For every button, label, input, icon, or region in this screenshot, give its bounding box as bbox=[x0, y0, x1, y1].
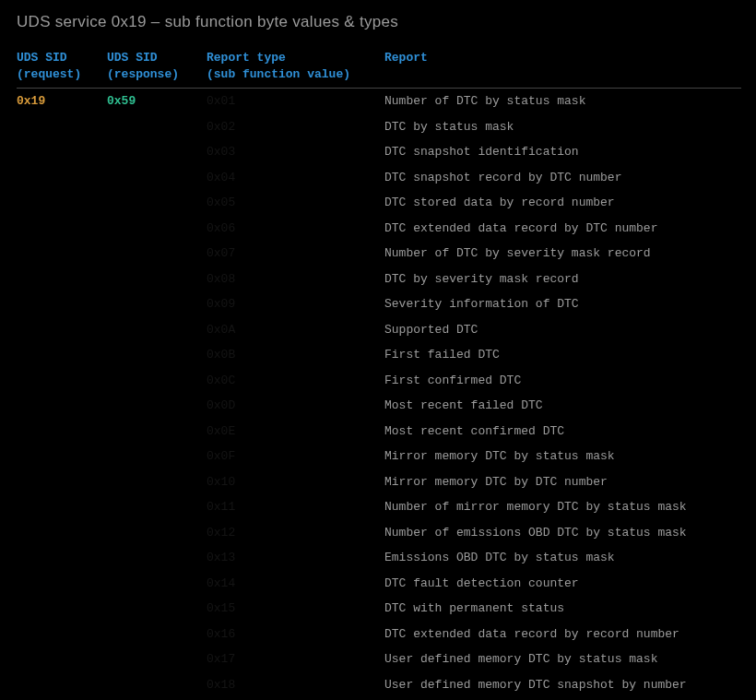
cell-sid-response bbox=[107, 520, 207, 546]
cell-subfunction-code: 0x0A bbox=[207, 317, 384, 343]
uds-table: UDS SID (request) UDS SID (response) Rep… bbox=[17, 48, 741, 700]
cell-report-desc: DTC extended data record by DTC number bbox=[384, 216, 741, 242]
cell-sid-response bbox=[107, 241, 207, 267]
cell-sid-request bbox=[17, 190, 107, 216]
cell-sid-request bbox=[17, 241, 107, 267]
table-row: 0x190x590x01Number of DTC by status mask bbox=[17, 89, 741, 114]
header-sid-response: UDS SID (response) bbox=[107, 48, 207, 89]
cell-report-desc: Number of mirror memory DTC by status ma… bbox=[384, 494, 741, 520]
cell-sid-request bbox=[17, 469, 107, 495]
cell-sid-request bbox=[17, 494, 107, 520]
cell-sid-response bbox=[107, 393, 207, 419]
page-title: UDS service 0x19 – sub function byte val… bbox=[17, 13, 741, 31]
table-row: 0x07Number of DTC by severity mask recor… bbox=[17, 241, 741, 267]
cell-report-desc: Number of DTC by status mask bbox=[384, 89, 741, 114]
header-sid-response-l2: (response) bbox=[107, 67, 179, 81]
cell-sid-request bbox=[17, 419, 107, 445]
cell-sid-response bbox=[107, 647, 207, 672]
cell-sid-request bbox=[17, 139, 107, 165]
header-report: Report bbox=[384, 48, 741, 89]
cell-report-desc: DTC with permanent status bbox=[384, 596, 741, 622]
sid-request-value: 0x19 bbox=[17, 94, 45, 108]
cell-report-desc: Mirror memory DTC by status mask bbox=[384, 444, 741, 469]
cell-subfunction-code: 0x16 bbox=[207, 622, 384, 647]
cell-subfunction-code: 0x02 bbox=[207, 114, 384, 140]
table-row: 0x12Number of emissions OBD DTC by statu… bbox=[17, 520, 741, 546]
cell-report-desc: DTC stored data by record number bbox=[384, 190, 741, 216]
cell-sid-request bbox=[17, 520, 107, 546]
header-sid-response-l1: UDS SID bbox=[107, 51, 158, 65]
table-row: 0x04DTC snapshot record by DTC number bbox=[17, 165, 741, 191]
cell-sid-request bbox=[17, 291, 107, 317]
cell-report-desc: DTC by severity mask record bbox=[384, 267, 741, 292]
table-row: 0x18User defined memory DTC snapshot by … bbox=[17, 672, 741, 698]
cell-sid-response bbox=[107, 216, 207, 242]
cell-subfunction-code: 0x0B bbox=[207, 342, 384, 368]
table-row: 0x0DMost recent failed DTC bbox=[17, 393, 741, 419]
cell-report-desc: User defined memory DTC by status mask bbox=[384, 647, 741, 672]
cell-sid-response bbox=[107, 291, 207, 317]
cell-sid-request bbox=[17, 622, 107, 647]
cell-report-desc: Supported DTC bbox=[384, 317, 741, 343]
cell-sid-response bbox=[107, 190, 207, 216]
cell-report-desc: DTC snapshot identification bbox=[384, 139, 741, 165]
cell-sid-request bbox=[17, 393, 107, 419]
cell-subfunction-code: 0x04 bbox=[207, 165, 384, 191]
cell-report-desc: DTC snapshot record by DTC number bbox=[384, 165, 741, 191]
cell-report-desc: Mirror memory DTC by DTC number bbox=[384, 469, 741, 495]
table-row: 0x16DTC extended data record by record n… bbox=[17, 622, 741, 647]
table-row: 0x15DTC with permanent status bbox=[17, 596, 741, 622]
cell-report-desc: First confirmed DTC bbox=[384, 368, 741, 394]
cell-report-desc: Emissions OBD DTC by status mask bbox=[384, 545, 741, 571]
cell-subfunction-code: 0x0E bbox=[207, 419, 384, 445]
cell-sid-response: 0x59 bbox=[107, 89, 207, 114]
cell-sid-request bbox=[17, 647, 107, 672]
cell-report-desc: Most recent failed DTC bbox=[384, 393, 741, 419]
cell-subfunction-code: 0x10 bbox=[207, 469, 384, 495]
cell-sid-request bbox=[17, 267, 107, 292]
header-sid-request-l2: (request) bbox=[17, 67, 81, 81]
cell-subfunction-code: 0x05 bbox=[207, 190, 384, 216]
table-row: 0x0BFirst failed DTC bbox=[17, 342, 741, 368]
cell-sid-request bbox=[17, 317, 107, 343]
cell-sid-request bbox=[17, 571, 107, 597]
cell-subfunction-code: 0x07 bbox=[207, 241, 384, 267]
cell-subfunction-code: 0x01 bbox=[207, 89, 384, 114]
cell-sid-request bbox=[17, 165, 107, 191]
cell-subfunction-code: 0x0F bbox=[207, 444, 384, 469]
cell-subfunction-code: 0x14 bbox=[207, 571, 384, 597]
cell-sid-response bbox=[107, 596, 207, 622]
cell-sid-response bbox=[107, 419, 207, 445]
table-row: 0x08DTC by severity mask record bbox=[17, 267, 741, 292]
header-report-type-l1: Report type bbox=[207, 51, 286, 65]
cell-sid-response bbox=[107, 114, 207, 140]
cell-report-desc: User defined memory DTC snapshot by numb… bbox=[384, 672, 741, 698]
cell-report-desc: Most recent confirmed DTC bbox=[384, 419, 741, 445]
cell-report-desc: DTC by status mask bbox=[384, 114, 741, 140]
table-row: 0x14DTC fault detection counter bbox=[17, 571, 741, 597]
cell-sid-request bbox=[17, 368, 107, 394]
cell-report-desc: Number of emissions OBD DTC by status ma… bbox=[384, 520, 741, 546]
header-report-type-l2: (sub function value) bbox=[207, 67, 350, 81]
table-row: 0x0ASupported DTC bbox=[17, 317, 741, 343]
table-row: 0x0EMost recent confirmed DTC bbox=[17, 419, 741, 445]
cell-subfunction-code: 0x06 bbox=[207, 216, 384, 242]
cell-subfunction-code: 0x15 bbox=[207, 596, 384, 622]
cell-report-desc: First failed DTC bbox=[384, 342, 741, 368]
header-report-type: Report type (sub function value) bbox=[207, 48, 384, 89]
table-row: 0x06DTC extended data record by DTC numb… bbox=[17, 216, 741, 242]
cell-sid-response bbox=[107, 317, 207, 343]
cell-sid-request bbox=[17, 545, 107, 571]
cell-sid-response bbox=[107, 139, 207, 165]
table-row: 0x17User defined memory DTC by status ma… bbox=[17, 647, 741, 672]
table-row: 0x0CFirst confirmed DTC bbox=[17, 368, 741, 394]
cell-sid-response bbox=[107, 545, 207, 571]
cell-subfunction-code: 0x17 bbox=[207, 647, 384, 672]
cell-report-desc: Severity information of DTC bbox=[384, 291, 741, 317]
cell-subfunction-code: 0x0D bbox=[207, 393, 384, 419]
table-row: 0x10Mirror memory DTC by DTC number bbox=[17, 469, 741, 495]
cell-subfunction-code: 0x11 bbox=[207, 494, 384, 520]
cell-report-desc: DTC extended data record by record numbe… bbox=[384, 622, 741, 647]
cell-sid-response bbox=[107, 571, 207, 597]
cell-sid-request bbox=[17, 114, 107, 140]
